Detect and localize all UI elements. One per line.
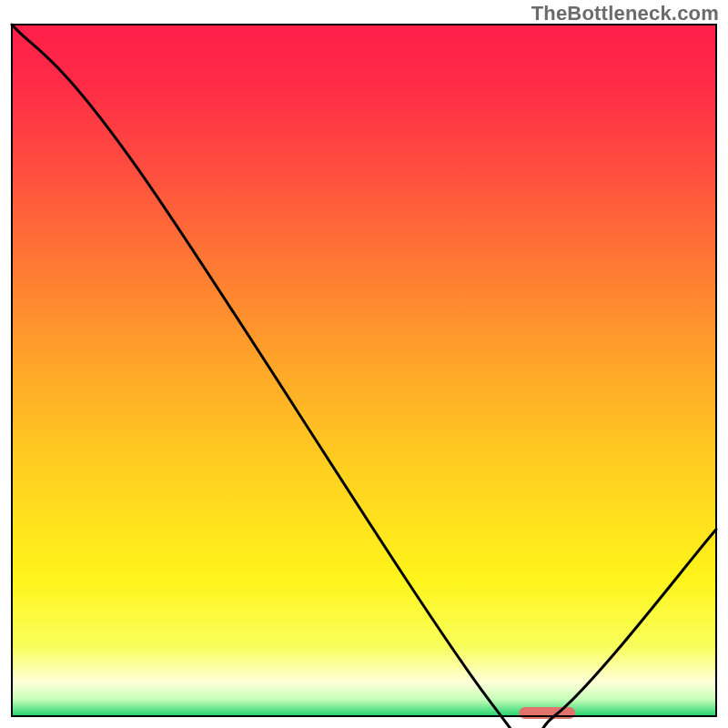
watermark-text: TheBottleneck.com — [531, 2, 719, 25]
chart-svg — [0, 0, 728, 728]
bottleneck-chart: TheBottleneck.com — [0, 0, 728, 728]
plot-background — [12, 25, 716, 716]
optimal-marker — [519, 707, 575, 719]
